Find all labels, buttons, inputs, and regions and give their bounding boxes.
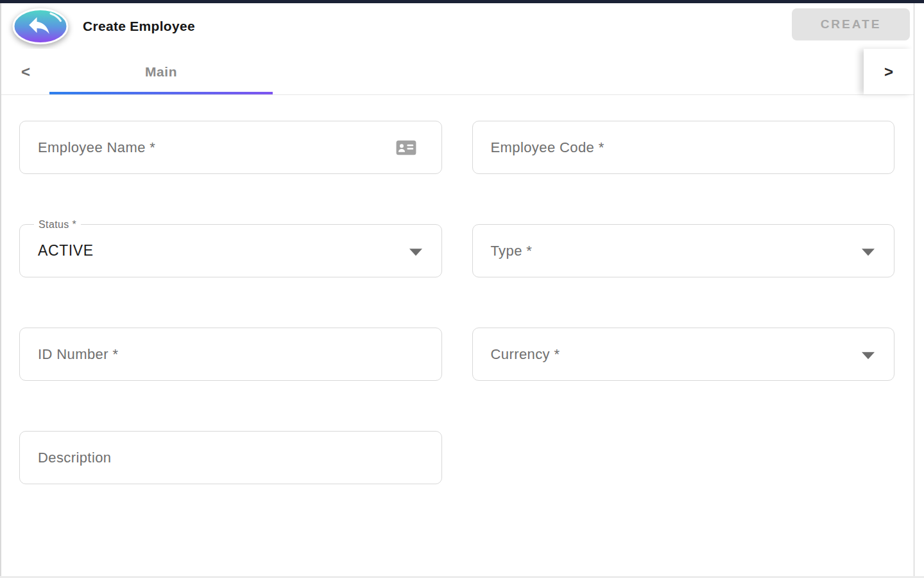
vertical-scrollbar[interactable]	[914, 3, 924, 578]
chevron-right-icon[interactable]: >	[864, 49, 914, 94]
id-number-field	[19, 328, 442, 381]
dropdown-arrow-icon	[409, 249, 422, 256]
contact-card-icon	[395, 139, 417, 157]
dropdown-arrow-icon	[862, 352, 875, 359]
status-select[interactable]: Status * ACTIVE	[19, 224, 442, 277]
create-button[interactable]: CREATE	[792, 8, 910, 40]
employee-name-input[interactable]	[20, 121, 441, 173]
status-value: ACTIVE	[20, 242, 94, 259]
back-button[interactable]	[12, 8, 69, 45]
currency-select[interactable]: Currency *	[472, 328, 895, 381]
top-status-bar	[0, 0, 924, 3]
left-window-edge	[0, 3, 1, 578]
back-arrow-icon	[12, 8, 69, 45]
employee-form: Status * ACTIVE Type * Currency *	[0, 95, 914, 484]
page-title: Create Employee	[83, 19, 195, 34]
currency-placeholder: Currency *	[473, 346, 560, 363]
employee-code-input[interactable]	[473, 121, 894, 173]
page-header: Create Employee CREATE	[0, 3, 914, 49]
description-field	[19, 431, 442, 484]
description-input[interactable]	[20, 432, 441, 484]
type-select[interactable]: Type *	[472, 224, 895, 277]
create-employee-page: Create Employee CREATE < Main >	[0, 0, 914, 578]
tab-main-label: Main	[145, 64, 177, 80]
dropdown-arrow-icon	[862, 249, 875, 256]
active-tab-underline	[49, 92, 273, 94]
tab-strip: < Main >	[0, 49, 914, 95]
tab-main[interactable]: Main	[49, 49, 273, 94]
employee-name-field	[19, 121, 442, 174]
status-label: Status *	[34, 218, 81, 231]
id-number-input[interactable]	[20, 328, 441, 380]
employee-code-field	[472, 121, 895, 174]
type-placeholder: Type *	[473, 243, 533, 259]
chevron-left-icon[interactable]: <	[21, 64, 30, 80]
